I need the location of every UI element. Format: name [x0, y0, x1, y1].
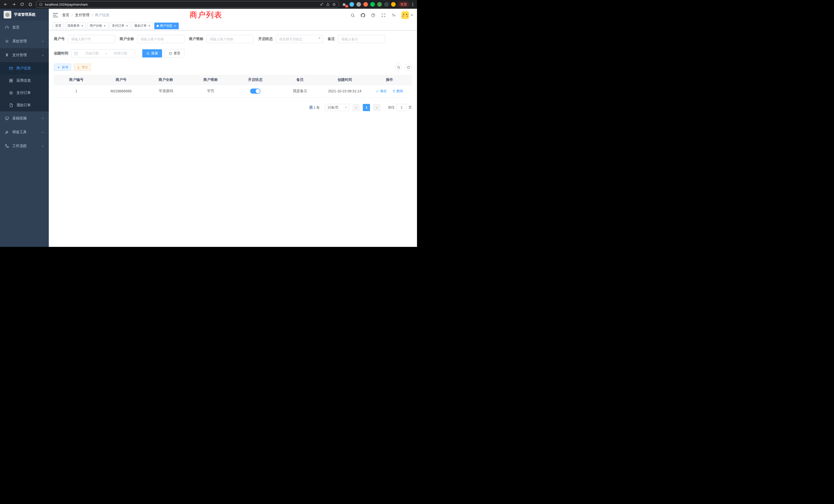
cell-actions: 修改 删除	[367, 85, 412, 97]
add-button[interactable]: 新增	[54, 64, 71, 71]
status-select[interactable]	[276, 35, 323, 43]
annotation-text: 商户列表	[190, 10, 222, 20]
extension-cluster: 10 更新	[342, 1, 414, 7]
home-icon[interactable]	[28, 2, 33, 7]
page-size-value: 10条/页	[327, 105, 339, 110]
table-row: 1 M233666999 芋道源码 芋艿 我是备注 2021-10-23 08:…	[54, 85, 412, 97]
status-toggle[interactable]	[250, 89, 260, 94]
extension-icon[interactable]	[363, 2, 368, 7]
extensions-puzzle-icon[interactable]: 10	[342, 2, 347, 7]
user-menu[interactable]	[401, 11, 413, 19]
back-icon[interactable]	[3, 2, 8, 7]
toolbar-right	[395, 64, 412, 71]
sidebar-item-system[interactable]: 系统管理	[0, 35, 49, 48]
table-header-row: 商户编号 商户号 商户全称 商户简称 开启状态 备注 创建时间 操作	[54, 75, 412, 85]
extension-icon[interactable]	[377, 2, 382, 7]
profile-avatar-icon[interactable]	[391, 2, 396, 7]
goto-page: 前往 页	[388, 104, 412, 111]
font-size-icon[interactable]	[391, 13, 396, 18]
close-icon[interactable]: ×	[126, 24, 128, 28]
date-end-placeholder[interactable]: 结束日期	[109, 51, 132, 56]
search-icon[interactable]	[350, 13, 355, 18]
sidebar-item-app-info[interactable]: 应用信息	[0, 74, 49, 87]
sidebar-item-dev-tools[interactable]: 研发工具	[0, 125, 49, 139]
export-button[interactable]: 导出	[74, 64, 91, 71]
forward-icon[interactable]	[11, 2, 17, 7]
extension-icon[interactable]	[384, 2, 389, 7]
page-size-select[interactable]: 10条/页	[325, 104, 349, 111]
tab-home[interactable]: 首页	[53, 23, 64, 29]
breadcrumb-separator: /	[72, 13, 73, 17]
remark-input[interactable]	[338, 35, 385, 43]
filter-label: 创建时间	[54, 51, 68, 56]
app-logo[interactable]: 芋道管理系统	[0, 9, 49, 21]
filter-label: 商户全称	[120, 37, 134, 41]
browser-update-button[interactable]: 更新	[398, 1, 409, 7]
extension-icon[interactable]	[356, 2, 361, 7]
logo-image	[4, 11, 11, 19]
tab-refund-order[interactable]: 退款订单×	[132, 23, 153, 29]
reload-icon[interactable]	[20, 2, 25, 7]
close-icon[interactable]: ×	[148, 24, 151, 28]
filter-label: 商户简称	[189, 37, 203, 41]
close-icon[interactable]: ×	[81, 24, 84, 28]
sidebar-item-pay-order[interactable]: 支付订单	[0, 87, 49, 99]
tab-process-form[interactable]: 流程表单×	[65, 23, 86, 29]
sidebar-item-workflow[interactable]: 工作流程	[0, 139, 49, 153]
bookmark-star-icon[interactable]	[332, 2, 336, 6]
sidebar-item-payment[interactable]: ¥ 支付管理	[0, 48, 49, 62]
search-button[interactable]: 搜索	[142, 49, 162, 58]
refresh-table-button[interactable]	[405, 64, 412, 71]
prev-page-button[interactable]: ‹	[353, 104, 360, 111]
sidebar-item-merchant-info[interactable]: 商户信息	[0, 62, 49, 74]
share-icon[interactable]	[326, 2, 330, 6]
close-icon[interactable]: ×	[103, 24, 106, 28]
filter-label: 备注	[328, 37, 335, 41]
toggle-search-button[interactable]	[395, 64, 402, 71]
extension-icon[interactable]	[370, 2, 375, 7]
browser-menu-icon[interactable]	[412, 3, 414, 6]
help-icon[interactable]	[371, 13, 376, 18]
search-button-label: 搜索	[151, 51, 158, 56]
page-number-button[interactable]: 1	[363, 104, 370, 111]
breadcrumb-item[interactable]: 支付管理	[75, 13, 89, 18]
sidebar-item-refund-order[interactable]: 退款订单	[0, 99, 49, 111]
delete-button[interactable]: 删除	[392, 89, 403, 93]
status-select-value[interactable]	[276, 35, 323, 43]
tab-user-group[interactable]: 用户分组×	[87, 23, 108, 29]
full-name-input[interactable]	[137, 35, 184, 43]
tab-pay-order[interactable]: 支付订单×	[110, 23, 131, 29]
refresh-icon	[407, 66, 410, 69]
tab-merchant-info[interactable]: 商户信息×	[154, 23, 179, 29]
close-icon[interactable]: ×	[174, 24, 176, 28]
filter-status: 开启状态	[258, 35, 323, 43]
cell-remark: 我是备注	[278, 85, 322, 97]
reset-button[interactable]: 重置	[164, 49, 184, 58]
goto-page-input[interactable]	[396, 104, 407, 111]
delete-button-label: 删除	[396, 89, 403, 93]
sidebar-item-infrastructure[interactable]: 基础设施	[0, 111, 49, 125]
date-range-picker[interactable]: 开始日期 - 结束日期	[71, 49, 135, 58]
sidebar-toggle-icon[interactable]	[53, 13, 58, 17]
chevron-down-icon	[41, 117, 44, 120]
sidebar-item-home[interactable]: 首页	[0, 21, 49, 35]
site-info-icon[interactable]	[39, 2, 43, 6]
sidebar-item-label: 工作流程	[12, 144, 27, 148]
short-name-input[interactable]	[206, 35, 254, 43]
merchant-no-input[interactable]	[68, 35, 115, 43]
next-page-button[interactable]: ›	[373, 104, 380, 111]
password-key-icon[interactable]	[320, 2, 324, 6]
url-text[interactable]: localhost:1024/pay/merchant	[45, 3, 317, 6]
date-start-placeholder[interactable]: 开始日期	[80, 51, 104, 56]
extension-icon[interactable]	[349, 2, 354, 7]
filter-remark: 备注	[328, 35, 385, 43]
column-header: 开启状态	[233, 75, 278, 85]
url-bar[interactable]: localhost:1024/pay/merchant	[36, 1, 339, 8]
github-icon[interactable]	[360, 13, 366, 18]
edit-button[interactable]: 修改	[376, 89, 387, 93]
breadcrumb-item[interactable]: 首页	[62, 13, 69, 18]
column-header: 商户编号	[54, 75, 98, 85]
breadcrumb-separator: /	[92, 13, 93, 17]
document-icon	[9, 103, 13, 108]
fullscreen-icon[interactable]	[381, 13, 386, 18]
